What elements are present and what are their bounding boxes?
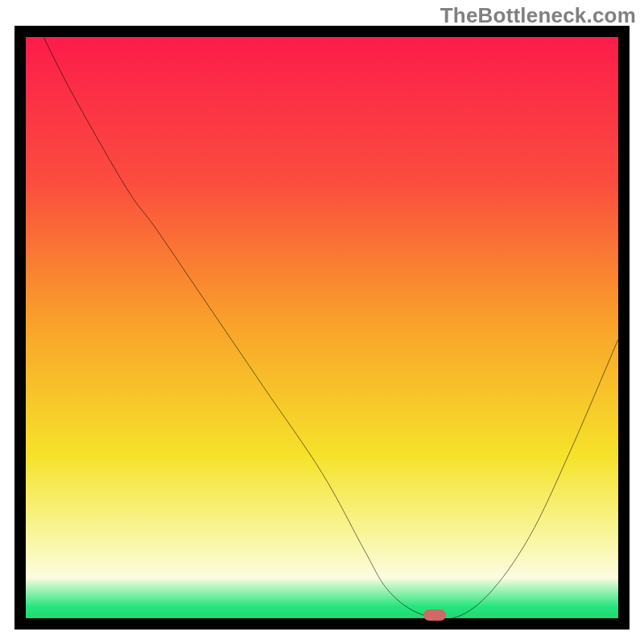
chart-frame: TheBottleneck.com — [0, 0, 644, 644]
optimal-marker — [423, 609, 446, 621]
bottleneck-curve — [26, 37, 618, 618]
plot-area — [14, 26, 630, 630]
watermark-text: TheBottleneck.com — [440, 3, 636, 28]
curve-path — [43, 37, 618, 618]
